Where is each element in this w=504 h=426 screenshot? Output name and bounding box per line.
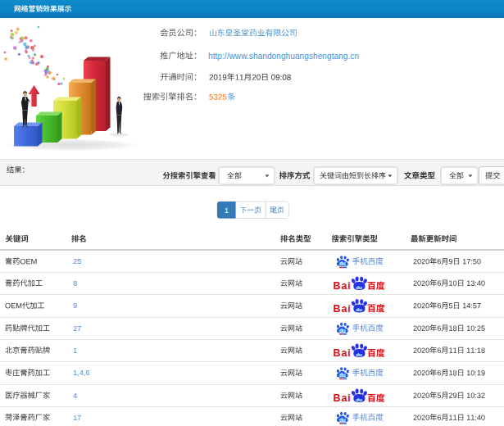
svg-text:1: 1 [225,206,229,215]
svg-text:du: du [339,328,346,333]
svg-text:25: 25 [73,257,81,265]
svg-text:du: du [356,306,362,312]
svg-text:du: du [356,397,362,402]
svg-text:du: du [356,351,362,357]
svg-text:Bai: Bai [334,347,352,359]
svg-text:Bai: Bai [334,303,352,315]
svg-text:du: du [339,261,346,266]
svg-text:http://www.shandonghuangshengt: http://www.shandonghuangshengtang.cn [208,52,359,61]
svg-text:Bai: Bai [334,392,352,404]
svg-text:27: 27 [73,324,81,333]
svg-text:1,4,6: 1,4,6 [73,369,89,377]
svg-text:4: 4 [73,392,77,400]
svg-text:1: 1 [73,347,77,355]
svg-text:du: du [356,284,362,290]
svg-text:17: 17 [73,414,81,422]
svg-text:du: du [339,417,346,423]
svg-text:Bai: Bai [334,280,352,292]
svg-text:9: 9 [73,301,77,310]
svg-text:du: du [339,372,346,378]
svg-text:8: 8 [73,279,77,288]
